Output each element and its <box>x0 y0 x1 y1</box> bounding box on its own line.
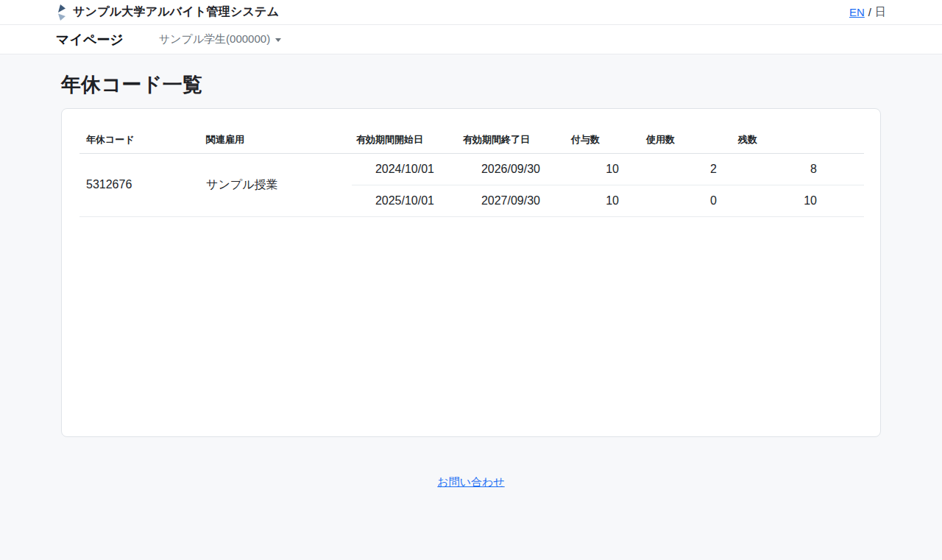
lang-en-link[interactable]: EN <box>849 6 865 18</box>
end-date-cell: 2026/09/30 <box>447 153 558 185</box>
column-header-remaining: 残数 <box>726 127 864 153</box>
end-date-cell: 2027/09/30 <box>447 185 558 216</box>
brand-home-link[interactable]: サンプル大学アルバイト管理システム <box>56 4 279 21</box>
leave-code-cell: 5312676 <box>79 153 199 216</box>
table-header-row: 年休コード 関連雇用 有効期間開始日 有効期間終了日 付与数 使用数 残数 <box>79 127 864 153</box>
table-row: 5312676 サンプル授業 2024/10/01 2026/09/30 10 … <box>79 153 864 185</box>
column-header-code: 年休コード <box>79 127 199 153</box>
app-logo-icon <box>56 4 68 21</box>
leave-code-card: 年休コード 関連雇用 有効期間開始日 有効期間終了日 付与数 使用数 残数 53… <box>61 108 881 437</box>
column-header-start-date: 有効期間開始日 <box>352 127 447 153</box>
column-header-end-date: 有効期間終了日 <box>447 127 558 153</box>
app-title: サンプル大学アルバイト管理システム <box>73 4 279 20</box>
nav-bar: マイページ サンプル学生(000000) <box>0 25 942 54</box>
leave-code-table: 年休コード 関連雇用 有効期間開始日 有効期間終了日 付与数 使用数 残数 53… <box>79 127 864 217</box>
remaining-cell: 10 <box>726 185 864 216</box>
granted-cell: 10 <box>558 185 628 216</box>
lang-ja-label: 日 <box>875 5 886 19</box>
user-dropdown-toggle[interactable]: サンプル学生(000000) <box>159 32 281 46</box>
used-cell: 0 <box>628 185 726 216</box>
column-header-used: 使用数 <box>628 127 726 153</box>
column-header-granted: 付与数 <box>558 127 628 153</box>
app-header: サンプル大学アルバイト管理システム EN / 日 <box>0 0 942 25</box>
language-switcher: EN / 日 <box>849 5 886 19</box>
chevron-down-icon <box>275 38 281 42</box>
employment-cell: サンプル授業 <box>199 153 352 216</box>
main-content: 年休コード一覧 年休コード 関連雇用 有効期間開始日 有効期間終了日 付与数 使… <box>61 54 881 489</box>
lang-separator: / <box>868 6 871 18</box>
remaining-cell: 8 <box>726 153 864 185</box>
page-footer: お問い合わせ <box>61 475 881 489</box>
start-date-cell: 2024/10/01 <box>352 153 447 185</box>
used-cell: 2 <box>628 153 726 185</box>
start-date-cell: 2025/10/01 <box>352 185 447 216</box>
column-header-employment: 関連雇用 <box>199 127 352 153</box>
user-dropdown-label: サンプル学生(000000) <box>159 32 270 46</box>
contact-link[interactable]: お問い合わせ <box>437 475 504 488</box>
granted-cell: 10 <box>558 153 628 185</box>
page-title: 年休コード一覧 <box>61 71 881 98</box>
nav-mypage-link[interactable]: マイページ <box>56 31 124 49</box>
